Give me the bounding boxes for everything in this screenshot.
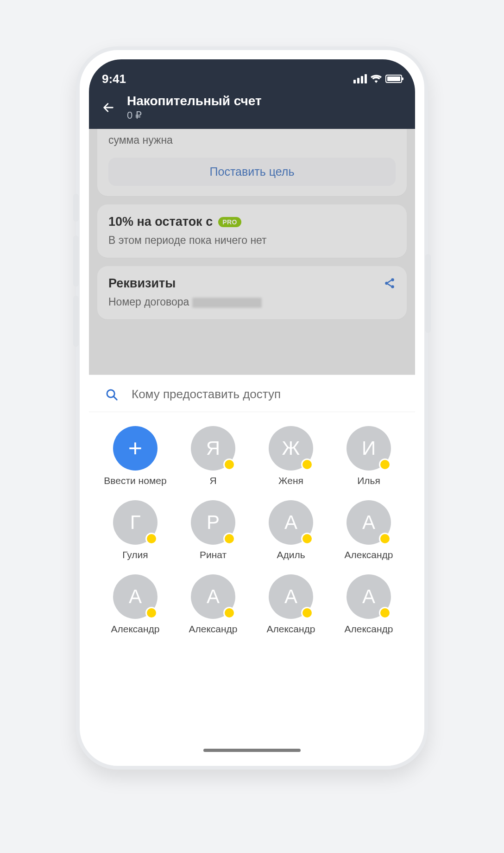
promo-subtitle: В этом периоде пока ничего нет (108, 234, 396, 248)
avatar: Р (191, 500, 235, 545)
contact-item[interactable]: ААдиль (253, 500, 329, 560)
page-subtitle: 0 ₽ (127, 109, 262, 121)
avatar: А (346, 574, 391, 619)
goal-hint: сумма нужна (108, 134, 396, 147)
background-content: сумма нужна Поставить цель 10% на остато… (89, 129, 415, 375)
status-dot (379, 458, 391, 471)
avatar: А (113, 574, 158, 619)
side-button (73, 194, 79, 222)
contact-item[interactable]: ААлександр (175, 574, 251, 635)
svg-point-0 (385, 282, 388, 285)
avatar: Ж (269, 426, 313, 471)
share-access-sheet: Кому предоставить доступ + Ввести номер … (89, 375, 415, 635)
avatar: А (269, 574, 313, 619)
contact-name: Александр (344, 624, 393, 635)
contract-label: Номер договора (108, 296, 189, 308)
plus-icon: + (113, 426, 158, 471)
cellular-icon (353, 74, 367, 83)
enter-number-label: Ввести номер (104, 475, 166, 486)
svg-line-4 (113, 396, 117, 400)
side-button (425, 254, 431, 333)
search-row[interactable]: Кому предоставить доступ (89, 375, 415, 412)
search-icon (105, 388, 119, 401)
contact-name: Я (209, 475, 216, 486)
contact-name: Илья (357, 475, 380, 486)
status-dot (145, 533, 158, 545)
set-goal-button[interactable]: Поставить цель (108, 158, 396, 186)
contact-name: Александр (189, 624, 237, 635)
enter-number-button[interactable]: + Ввести номер (97, 426, 173, 486)
side-button (73, 296, 79, 347)
contract-row: Номер договора (108, 295, 396, 309)
home-indicator[interactable] (203, 749, 301, 752)
phone-frame: 9:41 Накопительный счет 0 ₽ (76, 46, 428, 770)
avatar: А (346, 500, 391, 545)
page-title: Накопительный счет (127, 94, 262, 108)
contact-name: Ринат (200, 549, 227, 560)
status-dot (223, 458, 235, 471)
contact-name: Женя (278, 475, 303, 486)
contact-name: Александр (266, 624, 315, 635)
status-dot (301, 607, 313, 619)
contact-item[interactable]: ИИлья (331, 426, 407, 486)
status-bar: 9:41 (102, 70, 402, 88)
wifi-icon (371, 75, 382, 83)
promo-title-text: 10% на остаток с (108, 215, 213, 229)
status-dot (301, 533, 313, 545)
status-dot (379, 607, 391, 619)
status-dot (145, 607, 158, 619)
avatar: И (346, 426, 391, 471)
avatar: А (269, 500, 313, 545)
share-icon[interactable] (384, 277, 396, 289)
requisites-title: Реквизиты (108, 276, 176, 291)
avatar: Г (113, 500, 158, 545)
status-dot (301, 458, 313, 471)
search-placeholder: Кому предоставить доступ (132, 387, 281, 401)
contact-name: Адиль (277, 549, 305, 560)
contact-item[interactable]: ААлександр (253, 574, 329, 635)
status-dot (379, 533, 391, 545)
pro-badge: PRO (218, 217, 241, 227)
status-time: 9:41 (102, 72, 126, 86)
avatar: Я (191, 426, 235, 471)
contact-name: Гулия (122, 549, 148, 560)
contact-item[interactable]: ЖЖеня (253, 426, 329, 486)
side-button (73, 236, 79, 286)
battery-icon (385, 75, 402, 83)
contact-item[interactable]: ЯЯ (175, 426, 251, 486)
contact-name: Александр (344, 549, 393, 560)
status-dot (223, 607, 235, 619)
contact-item[interactable]: ААлександр (331, 500, 407, 560)
contact-name: Александр (111, 624, 159, 635)
contract-number-blurred (192, 298, 262, 308)
promo-title: 10% на остаток с PRO (108, 215, 396, 229)
contact-item[interactable]: РРинат (175, 500, 251, 560)
contact-item[interactable]: ААлександр (97, 574, 173, 635)
status-dot (223, 533, 235, 545)
back-icon[interactable] (102, 101, 115, 114)
avatar: А (191, 574, 235, 619)
contact-item[interactable]: ГГулия (97, 500, 173, 560)
contact-item[interactable]: ААлександр (331, 574, 407, 635)
